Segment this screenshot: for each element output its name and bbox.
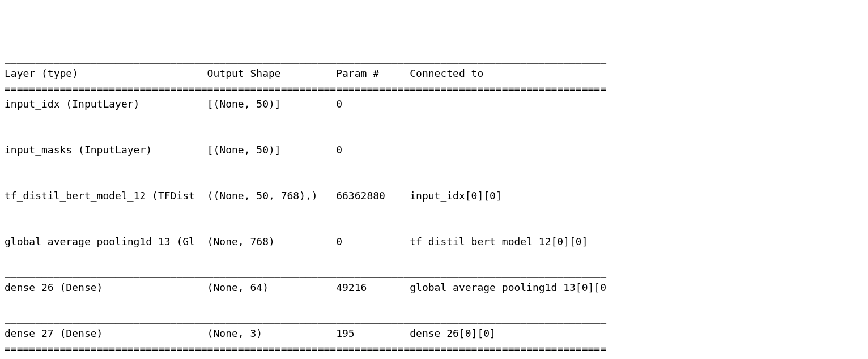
summary-text: ________________________________________…: [5, 52, 606, 359]
model-summary: ________________________________________…: [5, 50, 863, 359]
